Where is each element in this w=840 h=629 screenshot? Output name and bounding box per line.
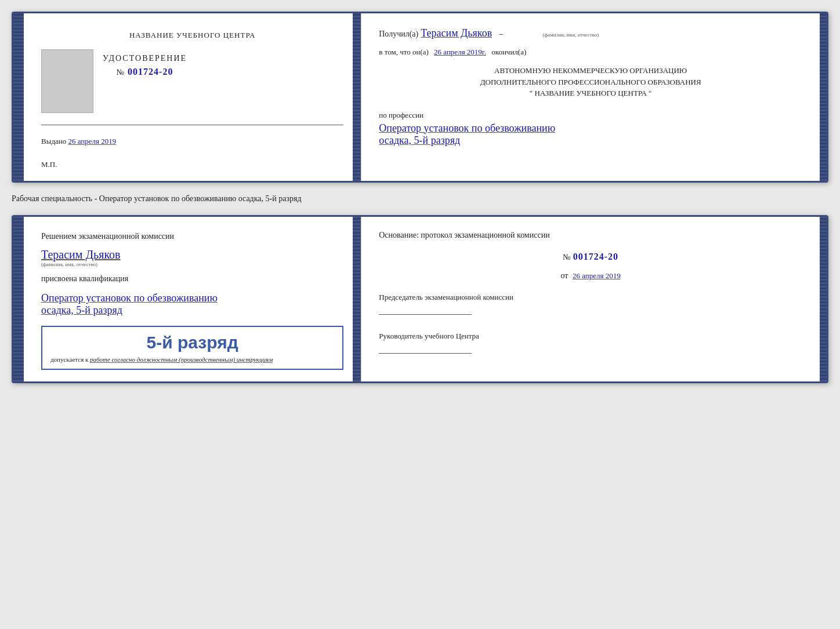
exam-protocol-prefix: № — [563, 253, 570, 261]
cert-number-section: УДОСТОВЕРЕНИЕ № 001724-20 — [103, 54, 187, 77]
cert-profession-value: Оператор установок по обезвоживанию — [379, 122, 802, 134]
exam-left-panel: Решением экзаменационной комиссии Тераси… — [24, 217, 361, 381]
cert-confirmed-line: в том, что он(а) 26 апреля 2019г. окончи… — [379, 48, 802, 57]
exam-right-panel: Основание: протокол экзаменационной коми… — [361, 217, 820, 381]
cert-left-panel: НАЗВАНИЕ УЧЕБНОГО ЦЕНТРА УДОСТОВЕРЕНИЕ №… — [24, 13, 361, 181]
cert-confirmed-suffix: окончил(а) — [491, 48, 526, 56]
cert-mp-label: М.П. — [41, 160, 343, 169]
cert-issued-label: Выдано — [41, 137, 66, 146]
exam-date-prefix: от — [561, 271, 569, 280]
cert-issued-section: Выдано 26 апреля 2019 — [41, 137, 343, 146]
cert-issued-date: 26 апреля 2019 — [68, 137, 117, 146]
cert-center-title: НАЗВАНИЕ УЧЕБНОГО ЦЕНТРА — [41, 31, 343, 40]
exam-protocol-number: 001724-20 — [573, 252, 618, 261]
exam-qualification-label: присвоена квалификация — [41, 273, 343, 285]
exam-date-value: 26 апреля 2019 — [573, 271, 621, 280]
exam-stamp-rank: 5-й разряд — [50, 333, 334, 352]
cert-org-line1: АВТОНОМНУЮ НЕКОММЕРЧЕСКУЮ ОРГАНИЗАЦИЮ — [379, 65, 802, 77]
exam-rank-value: осадка, 5-й разряд — [41, 304, 343, 317]
exam-left-right-deco — [353, 217, 361, 381]
cert-no-prefix: № — [117, 68, 125, 77]
cert-rank-value: осадка, 5-й разряд — [379, 134, 802, 147]
certificate-doc-1: НАЗВАНИЕ УЧЕБНОГО ЦЕНТРА УДОСТОВЕРЕНИЕ №… — [12, 12, 828, 183]
exam-stamp-allowed: допускается к работе согласно должностны… — [50, 356, 334, 363]
cert-profession-section: по профессии Оператор установок по обезв… — [379, 110, 802, 147]
exam-chairman-signature — [379, 314, 472, 315]
cert-confirmed-date: 26 апреля 2019г. — [434, 48, 486, 56]
cert-org-block: АВТОНОМНУЮ НЕКОММЕРЧЕСКУЮ ОРГАНИЗАЦИЮ ДО… — [379, 65, 802, 99]
description-line: Рабочая специальность - Оператор установ… — [12, 192, 828, 206]
exam-qualification-block: Оператор установок по обезвоживанию осад… — [41, 290, 343, 317]
cert-recipient-sublabel: (фамилия, имя, отчество) — [542, 32, 599, 38]
exam-recipient-sublabel: (фамилия, имя, отчество) — [41, 261, 343, 267]
cert-spine-left — [13, 13, 24, 181]
exam-protocol-block: № 001724-20 — [379, 252, 802, 262]
cert-right-border — [820, 13, 827, 181]
cert-org-line2: ДОПОЛНИТЕЛЬНОГО ПРОФЕССИОНАЛЬНОГО ОБРАЗО… — [379, 77, 802, 88]
exam-recipient-name: Терасим Дьяков — [41, 248, 343, 261]
exam-right-border — [820, 217, 827, 381]
exam-commission-title: Решением экзаменационной комиссии — [41, 231, 343, 242]
exam-doc: Решением экзаменационной комиссии Тераси… — [12, 215, 828, 383]
cert-left-right-deco — [353, 13, 361, 181]
cert-dash: – — [499, 30, 503, 39]
exam-stamp-allowed-prefix: допускается к — [50, 356, 88, 363]
cert-recipient-name: Терасим Дьяков — [421, 27, 492, 39]
cert-udostoverenie-label: УДОСТОВЕРЕНИЕ — [103, 54, 187, 63]
page-container: НАЗВАНИЕ УЧЕБНОГО ЦЕНТРА УДОСТОВЕРЕНИЕ №… — [12, 12, 828, 383]
cert-received-prefix: Получил(а) — [379, 30, 418, 39]
exam-recipient-block: Терасим Дьяков (фамилия, имя, отчество) — [41, 248, 343, 267]
cert-profession-label: по профессии — [379, 111, 423, 119]
exam-director-signature — [379, 353, 472, 354]
cert-number-value: 001724-20 — [128, 67, 173, 77]
exam-director-title: Руководитель учебного Центра — [379, 331, 802, 341]
cert-received-line: Получил(а) Терасим Дьяков – (фамилия, им… — [379, 27, 802, 39]
exam-stamp-allowed-italic: работе согласно должностным (производств… — [90, 356, 273, 363]
cert-divider-line — [41, 125, 343, 125]
photo-placeholder — [41, 49, 93, 113]
exam-stamp-box: 5-й разряд допускается к работе согласно… — [41, 326, 343, 370]
cert-org-line3: " НАЗВАНИЕ УЧЕБНОГО ЦЕНТРА " — [379, 88, 802, 99]
cert-photo-number-row: УДОСТОВЕРЕНИЕ № 001724-20 — [41, 49, 343, 113]
exam-director-section: Руководитель учебного Центра — [379, 322, 802, 354]
cert-confirmed-prefix: в том, что он(а) — [379, 48, 429, 56]
exam-chairman-title: Председатель экзаменационной комиссии — [379, 292, 802, 303]
cert-right-panel: Получил(а) Терасим Дьяков – (фамилия, им… — [361, 13, 820, 181]
exam-spine-left — [13, 217, 24, 381]
exam-qualification-value: Оператор установок по обезвоживанию — [41, 292, 343, 304]
exam-basis-label: Основание: протокол экзаменационной коми… — [379, 231, 802, 240]
exam-date-block: от 26 апреля 2019 — [379, 271, 802, 281]
exam-chairman-section: Председатель экзаменационной комиссии — [379, 292, 802, 315]
